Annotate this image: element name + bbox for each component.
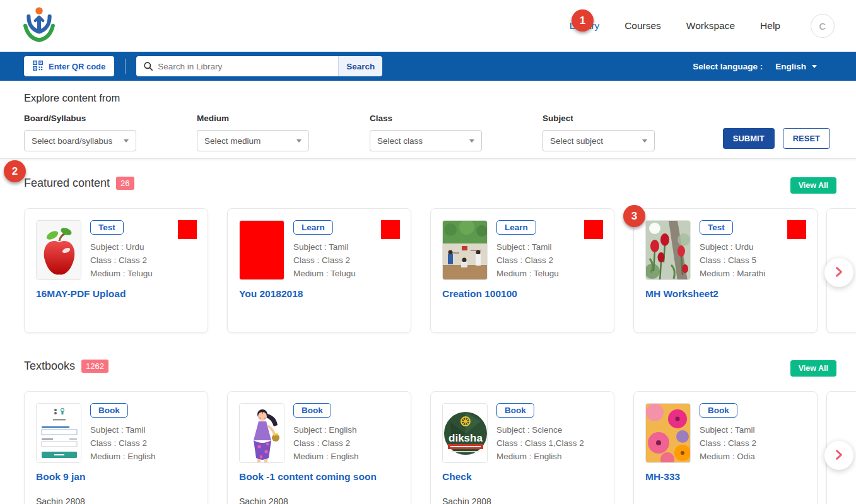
textbooks-title: Textbooks bbox=[24, 360, 75, 373]
content-thumbnail bbox=[442, 220, 488, 280]
primary-nav: Library Courses Workspace Help C bbox=[570, 14, 835, 38]
content-thumbnail bbox=[36, 220, 81, 280]
search-bar: Enter QR code Search Select language : E… bbox=[0, 52, 856, 81]
schoolyard-photo-image bbox=[443, 221, 488, 280]
content-class: Class : Class 5 bbox=[700, 254, 765, 267]
content-author: Sachin 2808 bbox=[36, 496, 196, 504]
search-button[interactable]: Search bbox=[338, 56, 382, 76]
reset-button[interactable]: RESET bbox=[783, 128, 830, 149]
content-medium: Medium : Odia bbox=[700, 450, 756, 463]
content-subject: Subject : Tamil bbox=[293, 240, 356, 254]
search-icon bbox=[143, 61, 153, 74]
content-title-link[interactable]: Creation 100100 bbox=[442, 288, 602, 300]
content-type-badge: Book bbox=[90, 403, 128, 418]
content-title-link[interactable]: MH Worksheet2 bbox=[645, 288, 806, 300]
textbooks-section-header: Textbooks 1262 bbox=[24, 360, 108, 373]
class-select[interactable]: Select class bbox=[370, 130, 482, 151]
content-title-link[interactable]: 16MAY-PDF Upload bbox=[36, 288, 196, 300]
language-area: Select language : English bbox=[693, 62, 832, 71]
qr-button-label: Enter QR code bbox=[49, 62, 105, 71]
class-label: Class bbox=[370, 114, 482, 123]
textbooks-next-button[interactable] bbox=[824, 441, 853, 470]
featured-next-button[interactable] bbox=[824, 258, 853, 287]
language-value: English bbox=[775, 62, 806, 71]
textbooks-view-all-button[interactable]: View All bbox=[790, 360, 836, 377]
language-select[interactable]: English bbox=[775, 62, 817, 71]
board-label: Board/Syllabus bbox=[24, 114, 136, 123]
content-subject: Subject : Tamil bbox=[90, 423, 156, 437]
red-flag-square bbox=[178, 220, 197, 239]
subject-select-value: Select subject bbox=[550, 136, 603, 146]
red-flag-square bbox=[584, 220, 603, 239]
content-subject: Subject : Science bbox=[496, 423, 584, 437]
content-class: Class : Class 2 bbox=[90, 437, 156, 450]
profile-avatar[interactable]: C bbox=[811, 14, 835, 38]
search-field-group: Search bbox=[136, 56, 382, 76]
content-card[interactable]: Learn Subject : Tamil Class : Class 2 Me… bbox=[430, 208, 614, 333]
chevron-right-icon bbox=[835, 450, 843, 462]
content-class: Class : Class 2 bbox=[90, 254, 153, 267]
nav-help[interactable]: Help bbox=[760, 20, 780, 32]
caret-down-icon bbox=[812, 65, 817, 68]
search-input[interactable] bbox=[136, 56, 338, 76]
medium-select[interactable]: Select medium bbox=[197, 130, 309, 151]
content-title-link[interactable]: MH-333 bbox=[645, 471, 806, 483]
nav-courses[interactable]: Courses bbox=[624, 20, 661, 32]
diksha-thumb-text: diksha bbox=[449, 432, 483, 444]
content-title-link[interactable]: Book -1 content coming soon bbox=[239, 471, 399, 483]
caret-down-icon bbox=[124, 139, 129, 143]
submit-button[interactable]: SUBMIT bbox=[723, 128, 775, 149]
content-thumbnail bbox=[239, 403, 284, 463]
featured-count-badge: 26 bbox=[116, 177, 134, 190]
chevron-right-icon bbox=[835, 267, 843, 279]
featured-view-all-button[interactable]: View All bbox=[790, 177, 836, 194]
textbook-card[interactable]: diksha Book Subject : Science Class : Cl… bbox=[430, 391, 614, 504]
content-type-badge: Book bbox=[293, 403, 331, 418]
red-flag-square bbox=[787, 220, 806, 239]
apple-image bbox=[37, 221, 81, 280]
language-label: Select language : bbox=[693, 62, 763, 71]
red-image bbox=[240, 221, 284, 280]
content-thumbnail bbox=[239, 220, 284, 280]
content-thumbnail bbox=[645, 403, 691, 463]
filters-heading: Explore content from bbox=[24, 92, 832, 104]
caret-down-icon bbox=[642, 139, 647, 143]
board-select[interactable]: Select board/syllabus bbox=[24, 130, 136, 151]
library-page: Library Courses Workspace Help C bbox=[0, 0, 856, 504]
nav-workspace[interactable]: Workspace bbox=[686, 20, 735, 32]
content-card[interactable]: Test Subject : Urdu Class : Class 5 Medi… bbox=[633, 208, 818, 333]
content-subject: Subject : Tamil bbox=[700, 423, 756, 437]
textbook-card[interactable]: Book Subject : English Class : Class 2 M… bbox=[227, 391, 411, 504]
content-title-link[interactable]: Book 9 jan bbox=[36, 471, 196, 483]
content-medium: Medium : English bbox=[293, 450, 359, 463]
content-medium: Medium : English bbox=[90, 450, 156, 463]
step-marker-3: 3 bbox=[623, 205, 645, 227]
content-medium: Medium : Telugu bbox=[496, 267, 559, 280]
content-type-badge: Test bbox=[700, 220, 733, 235]
content-title-link[interactable]: Check bbox=[442, 471, 602, 483]
caret-down-icon bbox=[469, 139, 474, 143]
content-card[interactable]: Test Subject : Urdu Class : Class 2 Medi… bbox=[24, 208, 208, 333]
textbooks-count-badge: 1262 bbox=[81, 360, 108, 373]
top-header: Library Courses Workspace Help C bbox=[0, 0, 856, 52]
content-card[interactable]: Learn Subject : Tamil Class : Class 2 Me… bbox=[227, 208, 411, 333]
subject-select[interactable]: Select subject bbox=[542, 130, 655, 151]
content-medium: Medium : Telugu bbox=[293, 267, 356, 280]
enter-qr-code-button[interactable]: Enter QR code bbox=[24, 56, 114, 76]
content-medium: Medium : Telugu bbox=[90, 267, 153, 280]
caret-down-icon bbox=[296, 139, 302, 143]
explore-filters: Explore content from Board/Syllabus Sele… bbox=[0, 81, 856, 159]
content-class: Class : Class 2 bbox=[293, 254, 356, 267]
featured-section-header: Featured content 26 bbox=[24, 177, 134, 190]
content-type-badge: Book bbox=[496, 403, 534, 418]
medium-select-value: Select medium bbox=[204, 136, 261, 146]
app-logo-icon bbox=[21, 6, 57, 46]
content-subject: Subject : Tamil bbox=[496, 240, 559, 254]
textbook-card[interactable]: Book Subject : Tamil Class : Class 2 Med… bbox=[24, 391, 208, 504]
diksha-academy-logo-image: diksha bbox=[443, 404, 488, 463]
textbooks-cards-row: Book Subject : Tamil Class : Class 2 Med… bbox=[24, 391, 818, 504]
content-title-link[interactable]: You 20182018 bbox=[239, 288, 399, 300]
medium-label: Medium bbox=[197, 114, 309, 123]
step-marker-1: 1 bbox=[572, 9, 594, 32]
textbook-card[interactable]: Book Subject : Tamil Class : Class 2 Med… bbox=[633, 391, 818, 504]
